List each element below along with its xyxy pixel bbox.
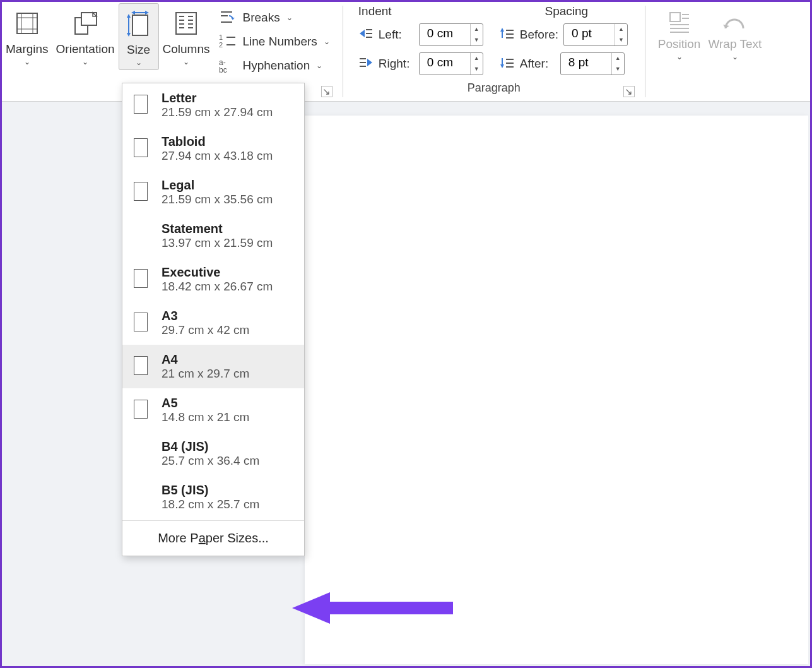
paragraph-group-label: Paragraph bbox=[358, 81, 630, 95]
size-option-a5[interactable]: A514.8 cm x 21 cm bbox=[122, 388, 304, 432]
orientation-button[interactable]: Orientation ⌄ bbox=[52, 3, 119, 69]
hyphenation-label: Hyphenation bbox=[243, 59, 310, 73]
chevron-down-icon: ⌄ bbox=[136, 58, 142, 67]
breaks-label: Breaks bbox=[243, 11, 280, 25]
size-option-a4[interactable]: A421 cm x 29.7 cm bbox=[122, 345, 304, 388]
chevron-down-icon: ⌄ bbox=[183, 57, 189, 66]
svg-marker-47 bbox=[500, 64, 504, 68]
spinner-down-icon[interactable]: ▼ bbox=[471, 64, 483, 75]
indent-left-value: 0 cm bbox=[420, 24, 470, 45]
columns-icon bbox=[170, 8, 202, 39]
position-icon bbox=[664, 7, 695, 37]
position-label: Position bbox=[658, 37, 701, 51]
chevron-down-icon: ⌄ bbox=[82, 57, 88, 66]
page-setup-launcher[interactable]: ↘ bbox=[321, 86, 332, 97]
spinner-up-icon[interactable]: ▲ bbox=[471, 24, 483, 35]
spinner-down-icon[interactable]: ▼ bbox=[612, 64, 624, 75]
indent-right-value: 0 cm bbox=[420, 53, 470, 75]
spinner-down-icon[interactable]: ▼ bbox=[615, 35, 627, 45]
spacing-before-label: Before: bbox=[520, 28, 558, 42]
svg-rect-7 bbox=[132, 15, 148, 35]
orientation-label: Orientation bbox=[56, 42, 115, 56]
spacing-after-spinner[interactable]: 8 pt ▲▼ bbox=[560, 52, 625, 75]
size-option-b5-jis-[interactable]: B5 (JIS)18.2 cm x 25.7 cm bbox=[122, 475, 304, 519]
spacing-after-label: After: bbox=[520, 57, 555, 71]
size-option-legal[interactable]: Legal21.59 cm x 35.56 cm bbox=[122, 170, 304, 214]
size-option-dims: 18.2 cm x 25.7 cm bbox=[162, 498, 259, 511]
hyphenation-button[interactable]: a-bc Hyphenation ⌄ bbox=[219, 57, 330, 74]
columns-label: Columns bbox=[163, 42, 210, 56]
line-numbers-icon: 12 bbox=[219, 33, 237, 50]
svg-marker-33 bbox=[360, 30, 365, 37]
svg-marker-38 bbox=[500, 28, 504, 32]
size-option-dims: 14.8 cm x 21 cm bbox=[162, 410, 249, 424]
paragraph-group: Indent Spacing Left: 0 cm ▲▼ Before: 0 p… bbox=[350, 2, 638, 101]
spinner-down-icon[interactable]: ▼ bbox=[471, 35, 483, 45]
svg-rect-0 bbox=[17, 13, 37, 33]
page-thumb-icon bbox=[134, 182, 148, 201]
wrap-text-label: Wrap Text bbox=[708, 37, 762, 51]
indent-left-icon bbox=[358, 27, 374, 44]
margins-label: Margins bbox=[6, 42, 49, 56]
page-thumb-icon bbox=[134, 269, 148, 288]
chevron-down-icon: ⌄ bbox=[732, 52, 738, 61]
size-option-name: A4 bbox=[162, 352, 249, 367]
spinner-up-icon[interactable]: ▲ bbox=[471, 53, 483, 64]
spinner-up-icon[interactable]: ▲ bbox=[615, 24, 627, 35]
size-option-dims: 21.59 cm x 35.56 cm bbox=[162, 193, 273, 206]
size-option-name: A3 bbox=[162, 309, 249, 323]
size-option-name: Executive bbox=[162, 265, 273, 280]
svg-marker-13 bbox=[145, 11, 149, 15]
svg-rect-14 bbox=[176, 13, 196, 34]
columns-button[interactable]: Columns ⌄ bbox=[159, 3, 214, 69]
svg-text:2: 2 bbox=[219, 41, 223, 49]
svg-text:1: 1 bbox=[219, 33, 223, 41]
breaks-icon bbox=[219, 9, 237, 26]
size-option-letter[interactable]: Letter21.59 cm x 27.94 cm bbox=[122, 83, 304, 127]
svg-marker-12 bbox=[131, 11, 135, 15]
margins-icon bbox=[11, 8, 43, 39]
svg-marker-42 bbox=[367, 59, 372, 66]
indent-left-spinner[interactable]: 0 cm ▲▼ bbox=[419, 23, 483, 46]
size-option-name: B5 (JIS) bbox=[162, 483, 259, 498]
chevron-down-icon: ⌄ bbox=[316, 61, 322, 70]
size-option-name: A5 bbox=[162, 396, 249, 410]
size-option-executive[interactable]: Executive18.42 cm x 26.67 cm bbox=[122, 258, 304, 301]
arrange-group: Position ⌄ Wrap Text ⌄ bbox=[652, 2, 764, 101]
size-option-tabloid[interactable]: Tabloid27.94 cm x 43.18 cm bbox=[122, 127, 304, 170]
size-option-b4-jis-[interactable]: B4 (JIS)25.7 cm x 36.4 cm bbox=[122, 432, 304, 475]
size-option-dims: 13.97 cm x 21.59 cm bbox=[162, 236, 273, 250]
page-thumb-icon bbox=[134, 400, 148, 419]
separator bbox=[645, 6, 645, 97]
indent-right-icon bbox=[358, 56, 374, 73]
margins-button[interactable]: Margins ⌄ bbox=[2, 3, 52, 69]
chevron-down-icon: ⌄ bbox=[676, 52, 683, 61]
more-paper-sizes-button[interactable]: More Paper Sizes... bbox=[122, 522, 304, 556]
size-option-name: Statement bbox=[162, 222, 273, 236]
paragraph-launcher[interactable]: ↘ bbox=[623, 86, 635, 97]
line-numbers-button[interactable]: 12 Line Numbers ⌄ bbox=[219, 33, 330, 50]
spinner-up-icon[interactable]: ▲ bbox=[612, 53, 624, 64]
size-dropdown: Letter21.59 cm x 27.94 cmTabloid27.94 cm… bbox=[122, 83, 305, 556]
size-option-statement[interactable]: Statement13.97 cm x 21.59 cm bbox=[122, 214, 304, 258]
size-option-dims: 21 cm x 29.7 cm bbox=[162, 367, 249, 381]
hyphenation-icon: a-bc bbox=[219, 57, 237, 74]
page-thumb-icon bbox=[134, 356, 148, 375]
position-button[interactable]: Position ⌄ bbox=[658, 7, 701, 61]
size-button[interactable]: Size ⌄ bbox=[119, 3, 159, 70]
spacing-before-spinner[interactable]: 0 pt ▲▼ bbox=[563, 23, 628, 46]
chevron-down-icon: ⌄ bbox=[324, 37, 330, 46]
indent-right-spinner[interactable]: 0 cm ▲▼ bbox=[419, 52, 483, 75]
wrap-text-button[interactable]: Wrap Text ⌄ bbox=[708, 7, 762, 61]
size-option-a3[interactable]: A329.7 cm x 42 cm bbox=[122, 301, 304, 345]
size-option-dims: 21.59 cm x 27.94 cm bbox=[162, 105, 273, 119]
spacing-after-icon bbox=[500, 56, 515, 73]
size-icon bbox=[123, 9, 155, 39]
svg-marker-9 bbox=[127, 14, 131, 18]
page-thumb-icon bbox=[134, 95, 148, 114]
size-option-dims: 25.7 cm x 36.4 cm bbox=[162, 454, 259, 468]
annotation-arrow bbox=[292, 589, 456, 627]
breaks-button[interactable]: Breaks ⌄ bbox=[219, 9, 330, 26]
svg-rect-51 bbox=[670, 13, 680, 21]
size-option-name: Legal bbox=[162, 178, 273, 193]
